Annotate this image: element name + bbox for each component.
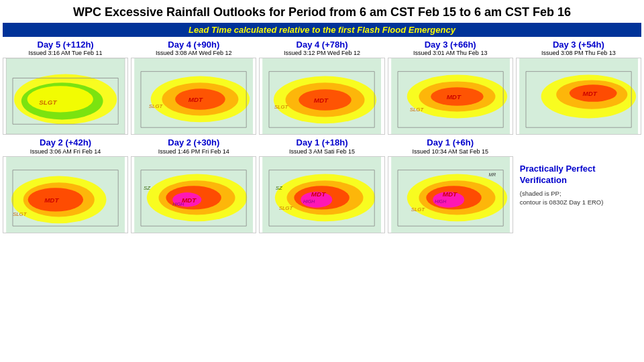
cell-day2-30-title: Day 2 (+30h) bbox=[168, 137, 219, 148]
cell-day3-66-map: MDT SLGT bbox=[388, 58, 513, 135]
lead-time-bar: Lead Time calculated relative to the fir… bbox=[3, 23, 641, 37]
cell-pp: Practically PerfectVerification (shaded … bbox=[516, 137, 641, 233]
cell-day5-map: SLGT bbox=[3, 58, 128, 135]
cell-day5: Day 5 (+112h) Issued 3:16 AM Tue Feb 11 … bbox=[3, 40, 128, 135]
cell-day4-90-title: Day 4 (+90h) bbox=[168, 40, 219, 50]
cell-day1-18-map: MDT HIGH SZ SLGT bbox=[259, 156, 384, 233]
cell-day4-90-issued: Issued 3:08 AM Wed Feb 12 bbox=[156, 50, 231, 56]
cell-day5-title: Day 5 (+112h) bbox=[38, 40, 94, 50]
cell-day3-54-map: MDT bbox=[516, 58, 641, 135]
svg-text:SLGT: SLGT bbox=[149, 103, 164, 109]
svg-text:SLGT: SLGT bbox=[39, 99, 57, 106]
svg-text:MDT: MDT bbox=[311, 190, 326, 198]
cell-day4-78-issued: Issued 3:12 PM Wed Feb 12 bbox=[284, 50, 360, 56]
cell-day1-6: Day 1 (+6h) Issued 10:34 AM Sat Feb 15 M… bbox=[388, 137, 513, 233]
main-title: WPC Excessive Rainfall Outlooks for Peri… bbox=[0, 0, 644, 23]
svg-text:SZ: SZ bbox=[144, 185, 151, 191]
row1-grid: Day 5 (+112h) Issued 3:16 AM Tue Feb 11 … bbox=[0, 40, 644, 138]
pp-subtitle: (shaded is PP;contour is 0830Z Day 1 ERO… bbox=[520, 189, 604, 207]
cell-day2-42-map: MDT SLGT bbox=[3, 156, 128, 233]
svg-text:SLGT: SLGT bbox=[274, 104, 289, 110]
cell-day4-90-map: MDT SLGT bbox=[131, 58, 256, 135]
svg-text:SLGT: SLGT bbox=[411, 206, 425, 212]
svg-text:HIGH: HIGH bbox=[172, 201, 184, 206]
pp-title: Practically PerfectVerification bbox=[520, 164, 596, 186]
cell-day4-78: Day 4 (+78h) Issued 3:12 PM Wed Feb 12 M… bbox=[259, 40, 384, 135]
cell-day4-78-title: Day 4 (+78h) bbox=[297, 40, 348, 50]
cell-day2-30-issued: Issued 1:46 PM Fri Feb 14 bbox=[158, 148, 229, 155]
row2-grid: Day 2 (+42h) Issued 3:06 AM Fri Feb 14 M… bbox=[0, 137, 644, 236]
svg-text:MDT: MDT bbox=[189, 96, 203, 103]
cell-day1-6-issued: Issued 10:34 AM Sat Feb 15 bbox=[412, 148, 488, 155]
svg-text:SLGT: SLGT bbox=[13, 211, 28, 217]
cell-day3-66: Day 3 (+66h) Issued 3:01 AM Thu Feb 13 M… bbox=[388, 40, 513, 135]
svg-text:HIGH: HIGH bbox=[303, 199, 315, 204]
cell-day5-issued: Issued 3:16 AM Tue Feb 11 bbox=[29, 50, 103, 56]
cell-day3-54-title: Day 3 (+54h) bbox=[553, 40, 604, 50]
cell-day2-30: Day 2 (+30h) Issued 1:46 PM Fri Feb 14 M… bbox=[131, 137, 256, 233]
cell-day4-78-map: MDT SLGT bbox=[259, 58, 384, 135]
svg-text:SLGT: SLGT bbox=[409, 107, 424, 113]
svg-point-4 bbox=[28, 86, 93, 112]
svg-text:MDT: MDT bbox=[582, 90, 597, 97]
cell-day4-90: Day 4 (+90h) Issued 3:08 AM Wed Feb 12 M… bbox=[131, 40, 256, 135]
svg-text:SLGT: SLGT bbox=[279, 204, 294, 210]
cell-day1-6-map: MDT HIGH SLGT MR bbox=[388, 156, 513, 233]
cell-day1-18-title: Day 1 (+18h) bbox=[297, 137, 348, 148]
svg-text:MR: MR bbox=[488, 172, 496, 177]
svg-text:MDT: MDT bbox=[446, 93, 461, 101]
cell-day2-42: Day 2 (+42h) Issued 3:06 AM Fri Feb 14 M… bbox=[3, 137, 128, 233]
cell-day2-42-title: Day 2 (+42h) bbox=[40, 137, 91, 148]
cell-day1-18-issued: Issued 3 AM Sati Feb 15 bbox=[289, 148, 355, 155]
cell-day3-66-title: Day 3 (+66h) bbox=[425, 40, 476, 50]
svg-text:SZ: SZ bbox=[276, 185, 283, 191]
svg-text:HIGH: HIGH bbox=[435, 199, 446, 204]
cell-day3-54-issued: Issued 3:08 PM Thu Feb 13 bbox=[541, 50, 616, 56]
cell-day1-6-title: Day 1 (+6h) bbox=[427, 137, 474, 148]
cell-day3-54: Day 3 (+54h) Issued 3:08 PM Thu Feb 13 M… bbox=[516, 40, 641, 135]
svg-text:MDT: MDT bbox=[314, 97, 329, 104]
svg-text:MDT: MDT bbox=[44, 196, 59, 204]
svg-text:MDT: MDT bbox=[442, 190, 457, 198]
cell-day1-18: Day 1 (+18h) Issued 3 AM Sati Feb 15 MDT… bbox=[259, 137, 384, 233]
cell-day2-42-issued: Issued 3:06 AM Fri Feb 14 bbox=[30, 148, 101, 155]
cell-day3-66-issued: Issued 3:01 AM Thu Feb 13 bbox=[413, 50, 487, 56]
cell-day2-30-map: MDT HIGH SZ bbox=[131, 156, 256, 233]
